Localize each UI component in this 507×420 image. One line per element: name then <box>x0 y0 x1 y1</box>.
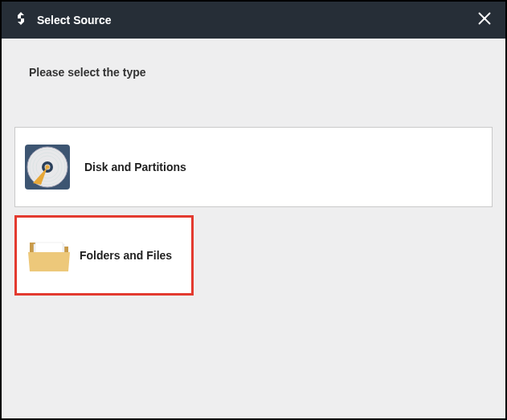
dialog-window: Select Source Please select the type <box>0 0 507 420</box>
option-folders-files[interactable]: Folders and Files <box>14 215 194 296</box>
svg-point-9 <box>46 165 50 169</box>
close-button[interactable] <box>475 10 494 30</box>
option-disk-partitions[interactable]: Disk and Partitions <box>14 127 493 207</box>
titlebar-left: Select Source <box>13 10 112 30</box>
disk-icon <box>23 143 72 191</box>
option-label: Folders and Files <box>80 249 172 262</box>
titlebar: Select Source <box>2 2 505 39</box>
folder-icon <box>25 231 73 279</box>
app-icon <box>13 10 29 30</box>
dialog-content: Please select the type Disk and Partitio… <box>2 39 505 316</box>
close-icon <box>477 11 492 29</box>
option-label: Disk and Partitions <box>84 161 186 173</box>
dialog-title: Select Source <box>37 14 112 27</box>
instruction-text: Please select the type <box>29 66 493 79</box>
